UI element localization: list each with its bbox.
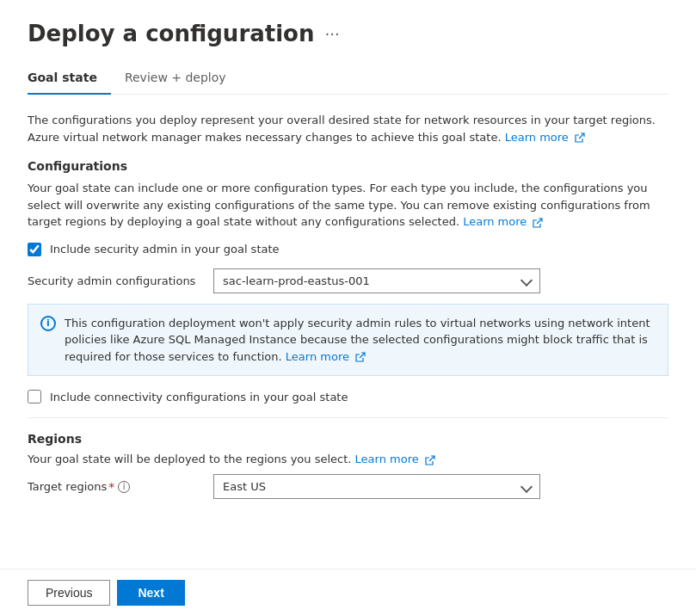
more-options-icon[interactable]: ··· [324,25,339,43]
section-divider [28,417,668,418]
previous-button[interactable]: Previous [28,580,110,606]
next-button[interactable]: Next [117,580,184,606]
tab-goal-state[interactable]: Goal state [28,64,111,95]
configurations-description: Your goal state can include one or more … [28,180,668,231]
target-regions-chevron-icon [520,480,533,492]
security-admin-checkbox[interactable] [28,243,41,256]
regions-description: Your goal state will be deployed to the … [28,453,668,465]
info-icon: i [40,316,56,331]
intro-learn-more-link[interactable]: Learn more [505,131,585,144]
security-admin-field-row: Security admin configurations sac-learn-… [28,268,668,293]
page-title: Deploy a configuration [28,21,314,46]
intro-description: The configurations you deploy represent … [28,112,668,145]
regions-title: Regions [28,432,668,446]
tab-review-deploy[interactable]: Review + deploy [125,64,240,95]
security-admin-dropdown-value: sac-learn-prod-eastus-001 [223,274,515,287]
chevron-down-icon [520,274,533,286]
security-admin-field-label: Security admin configurations [28,274,200,287]
external-link-icon-4 [425,455,435,465]
info-learn-more-link[interactable]: Learn more [286,350,366,363]
regions-section: Regions Your goal state will be deployed… [28,432,668,499]
external-link-icon-3 [355,352,366,362]
connectivity-checkbox-row: Include connectivity configurations in y… [28,390,668,403]
target-regions-label: Target regions [28,480,107,493]
external-link-icon-2 [533,218,543,228]
configurations-title: Configurations [28,159,668,173]
connectivity-checkbox-label[interactable]: Include connectivity configurations in y… [50,391,348,403]
connectivity-checkbox[interactable] [28,390,41,403]
tabs-container: Goal state Review + deploy [28,64,668,95]
target-regions-field-row: Target regions * i East US [28,474,668,499]
security-admin-checkbox-label[interactable]: Include security admin in your goal stat… [50,243,280,256]
info-box-text: This configuration deployment won't appl… [65,315,656,366]
footer-bar: Previous Next [0,569,696,616]
target-regions-dropdown[interactable]: East US [213,474,540,499]
external-link-icon [575,132,585,143]
security-admin-checkbox-row: Include security admin in your goal stat… [28,243,668,256]
configurations-section: Configurations Your goal state can inclu… [28,159,668,403]
target-regions-info-icon[interactable]: i [118,481,130,493]
configurations-learn-more-link[interactable]: Learn more [463,215,543,228]
regions-learn-more-link[interactable]: Learn more [355,453,435,465]
page-header: Deploy a configuration ··· [28,21,668,46]
info-box: i This configuration deployment won't ap… [28,304,668,377]
security-admin-dropdown[interactable]: sac-learn-prod-eastus-001 [213,268,540,293]
target-regions-value: East US [223,480,515,493]
required-asterisk: * [108,480,114,494]
